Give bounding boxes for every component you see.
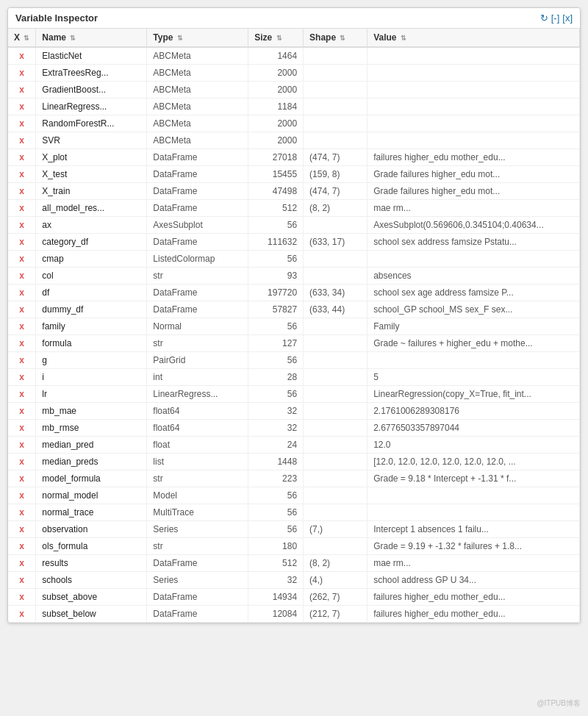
var-size: 2000 bbox=[248, 132, 304, 149]
var-type: str bbox=[147, 268, 248, 284]
var-name: ols_formula bbox=[36, 538, 147, 555]
var-type: DataFrame bbox=[147, 606, 248, 623]
delete-var-button[interactable]: x bbox=[8, 555, 36, 572]
var-size: 15455 bbox=[248, 166, 304, 183]
table-row: xmb_maefloat64322.1761006289308176 bbox=[8, 403, 580, 420]
table-row: xX_testDataFrame15455(159, 8)Grade failu… bbox=[8, 166, 580, 183]
var-type: LinearRegress... bbox=[147, 386, 248, 403]
var-value: 2.6776503357897044 bbox=[368, 420, 580, 437]
var-value: Family bbox=[368, 318, 580, 335]
col-name[interactable]: Name ⇅ bbox=[36, 29, 147, 47]
delete-var-button[interactable]: x bbox=[8, 217, 36, 234]
var-name: category_df bbox=[36, 234, 147, 251]
delete-var-button[interactable]: x bbox=[8, 115, 36, 132]
var-value: failures higher_edu mother_edu... bbox=[368, 606, 580, 623]
var-type: DataFrame bbox=[147, 589, 248, 606]
delete-var-button[interactable]: x bbox=[8, 149, 36, 166]
delete-var-button[interactable]: x bbox=[8, 318, 36, 335]
var-name: normal_trace bbox=[36, 504, 147, 521]
col-shape[interactable]: Shape ⇅ bbox=[304, 29, 368, 47]
table-row: xformulastr127Grade ~ failures + higher_… bbox=[8, 335, 580, 352]
delete-var-button[interactable]: x bbox=[8, 521, 36, 538]
delete-var-button[interactable]: x bbox=[8, 234, 36, 251]
var-value: mae rm... bbox=[368, 555, 580, 572]
delete-var-button[interactable]: x bbox=[8, 82, 36, 99]
var-shape: (8, 2) bbox=[304, 200, 368, 217]
delete-var-button[interactable]: x bbox=[8, 572, 36, 589]
close-button[interactable]: [x] bbox=[562, 12, 573, 24]
sort-x-icon: ⇅ bbox=[24, 35, 29, 42]
var-name: ExtraTreesReg... bbox=[36, 65, 147, 82]
delete-var-button[interactable]: x bbox=[8, 183, 36, 200]
var-type: float64 bbox=[147, 420, 248, 437]
delete-var-button[interactable]: x bbox=[8, 589, 36, 606]
var-name: observation bbox=[36, 521, 147, 538]
col-type[interactable]: Type ⇅ bbox=[147, 29, 248, 47]
var-type: DataFrame bbox=[147, 183, 248, 200]
var-shape bbox=[304, 487, 368, 504]
delete-var-button[interactable]: x bbox=[8, 352, 36, 369]
var-name: GradientBoost... bbox=[36, 82, 147, 99]
delete-var-button[interactable]: x bbox=[8, 487, 36, 504]
table-row: xall_model_res...DataFrame512(8, 2)mae r… bbox=[8, 200, 580, 217]
delete-var-button[interactable]: x bbox=[8, 437, 36, 454]
delete-var-button[interactable]: x bbox=[8, 99, 36, 115]
sort-name-icon: ⇅ bbox=[70, 35, 76, 42]
table-row: xsubset_aboveDataFrame14934(262, 7)failu… bbox=[8, 589, 580, 606]
var-type: DataFrame bbox=[147, 284, 248, 301]
var-shape bbox=[304, 268, 368, 284]
table-row: xdummy_dfDataFrame57827(633, 44)school_G… bbox=[8, 301, 580, 318]
table-body: xElasticNetABCMeta1464xExtraTreesReg...A… bbox=[8, 47, 580, 623]
delete-var-button[interactable]: x bbox=[8, 386, 36, 403]
delete-var-button[interactable]: x bbox=[8, 301, 36, 318]
var-size: 1184 bbox=[248, 99, 304, 115]
delete-var-button[interactable]: x bbox=[8, 606, 36, 623]
var-type: Model bbox=[147, 487, 248, 504]
col-size[interactable]: Size ⇅ bbox=[248, 29, 304, 47]
table-container: X ⇅ Name ⇅ Type ⇅ Size ⇅ Shape ⇅ Value ⇅… bbox=[8, 29, 580, 623]
minimize-button[interactable]: [-] bbox=[551, 12, 560, 24]
delete-var-button[interactable]: x bbox=[8, 470, 36, 487]
var-value bbox=[368, 65, 580, 82]
delete-var-button[interactable]: x bbox=[8, 420, 36, 437]
delete-var-button[interactable]: x bbox=[8, 538, 36, 555]
delete-var-button[interactable]: x bbox=[8, 268, 36, 284]
delete-var-button[interactable]: x bbox=[8, 65, 36, 82]
var-shape bbox=[304, 217, 368, 234]
table-row: xLinearRegress...ABCMeta1184 bbox=[8, 99, 580, 115]
sort-value-icon: ⇅ bbox=[401, 35, 406, 42]
var-name: i bbox=[36, 369, 147, 386]
col-value[interactable]: Value ⇅ bbox=[368, 29, 580, 47]
delete-var-button[interactable]: x bbox=[8, 369, 36, 386]
var-shape bbox=[304, 335, 368, 352]
delete-var-button[interactable]: x bbox=[8, 504, 36, 521]
var-shape bbox=[304, 99, 368, 115]
var-name: ax bbox=[36, 217, 147, 234]
var-size: 24 bbox=[248, 437, 304, 454]
delete-var-button[interactable]: x bbox=[8, 200, 36, 217]
var-type: ABCMeta bbox=[147, 82, 248, 99]
table-row: xcategory_dfDataFrame111632(633, 17)scho… bbox=[8, 234, 580, 251]
delete-var-button[interactable]: x bbox=[8, 166, 36, 183]
delete-var-button[interactable]: x bbox=[8, 251, 36, 268]
delete-var-button[interactable]: x bbox=[8, 403, 36, 420]
table-row: xresultsDataFrame512(8, 2)mae rm... bbox=[8, 555, 580, 572]
var-value bbox=[368, 251, 580, 268]
var-name: formula bbox=[36, 335, 147, 352]
var-size: 56 bbox=[248, 504, 304, 521]
var-type: DataFrame bbox=[147, 234, 248, 251]
delete-var-button[interactable]: x bbox=[8, 454, 36, 470]
var-size: 180 bbox=[248, 538, 304, 555]
refresh-button[interactable]: ↻ bbox=[540, 12, 548, 24]
var-name: all_model_res... bbox=[36, 200, 147, 217]
delete-var-button[interactable]: x bbox=[8, 132, 36, 149]
delete-var-button[interactable]: x bbox=[8, 47, 36, 65]
var-type: float bbox=[147, 437, 248, 454]
var-size: 2000 bbox=[248, 115, 304, 132]
var-size: 2000 bbox=[248, 65, 304, 82]
delete-var-button[interactable]: x bbox=[8, 335, 36, 352]
var-shape: (474, 7) bbox=[304, 149, 368, 166]
table-row: xdfDataFrame197720(633, 34)school sex ag… bbox=[8, 284, 580, 301]
var-shape bbox=[304, 318, 368, 335]
delete-var-button[interactable]: x bbox=[8, 284, 36, 301]
